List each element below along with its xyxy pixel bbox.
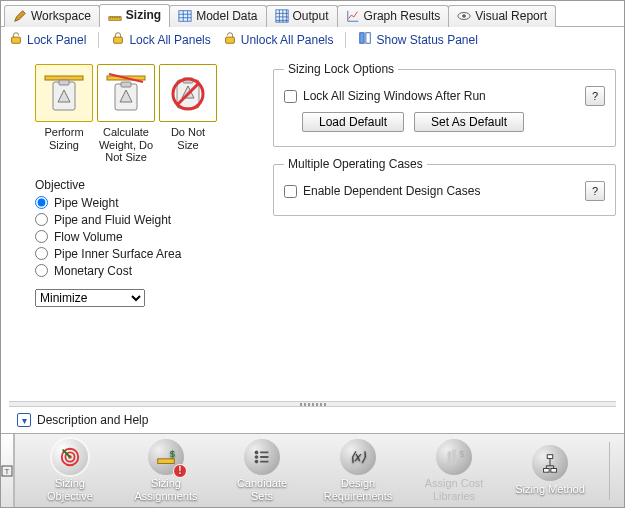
nav-circle: ⟨x⟩ (340, 439, 376, 475)
angle-brackets-icon: ⟨x⟩ (347, 446, 369, 468)
objective-group: Objective Pipe Weight Pipe and Fluid Wei… (35, 178, 255, 307)
lock-after-run-checkbox[interactable] (284, 90, 297, 103)
sizing-mode-cards: Perform Sizing Calculate Weight, Do Not … (9, 56, 255, 172)
radio-input[interactable] (35, 230, 48, 243)
tab-label: Workspace (31, 9, 91, 23)
separator (345, 32, 346, 48)
clipboard-ruler-icon (43, 72, 85, 114)
show-status-panel-button[interactable]: Show Status Panel (358, 31, 477, 48)
content-area: Perform Sizing Calculate Weight, Do Not … (1, 52, 624, 433)
help-button[interactable]: ? (585, 181, 605, 201)
tab-visual-report[interactable]: Visual Report (448, 5, 556, 27)
unlock-all-panels-button[interactable]: Unlock All Panels (223, 31, 334, 48)
load-default-button[interactable]: Load Default (302, 112, 404, 132)
svg-rect-7 (225, 37, 234, 43)
cmd-label: Lock All Panels (129, 33, 210, 47)
unlock-icon (223, 31, 237, 48)
toggle-text-button[interactable]: T (1, 434, 14, 507)
radio-pipe-fluid-weight[interactable]: Pipe and Fluid Weight (35, 213, 255, 227)
main-tabstrip: Workspace Sizing Model Data Output Graph… (1, 1, 624, 27)
svg-rect-8 (360, 33, 364, 44)
nav-label: Sizing Assignments (129, 477, 203, 502)
tab-label: Graph Results (364, 9, 441, 23)
expand-help-button[interactable]: ▾ (17, 413, 31, 427)
checkbox-label: Enable Dependent Design Cases (303, 184, 480, 198)
tab-workspace[interactable]: Workspace (4, 5, 100, 27)
nav-label: Sizing Objective (33, 477, 107, 502)
set-as-default-button[interactable]: Set As Default (414, 112, 524, 132)
tab-graph-results[interactable]: Graph Results (337, 5, 450, 27)
nav-label: Candidate Sets (225, 477, 299, 502)
card-box (35, 64, 93, 122)
svg-rect-9 (366, 33, 370, 44)
cmd-label: Show Status Panel (376, 33, 477, 47)
radio-input[interactable] (35, 196, 48, 209)
radio-inner-surface[interactable]: Pipe Inner Surface Area (35, 247, 255, 261)
tab-output[interactable]: Output (266, 5, 338, 27)
svg-point-28 (255, 460, 259, 464)
clipboard-forbidden-icon (167, 72, 209, 114)
nav-circle (244, 439, 280, 475)
clipboard-noruler-icon (105, 72, 147, 114)
svg-text:⟨x⟩: ⟨x⟩ (350, 449, 366, 464)
svg-rect-31 (452, 450, 456, 464)
radio-label: Pipe and Fluid Weight (54, 213, 171, 227)
svg-rect-15 (121, 82, 131, 87)
card-box (97, 64, 155, 122)
lock-icon (111, 31, 125, 48)
nav-label: Assign Cost Libraries (417, 477, 491, 502)
tab-model-data[interactable]: Model Data (169, 5, 266, 27)
nav-design-requirements[interactable]: ⟨x⟩ Design Requirements (321, 439, 395, 502)
card-label: Do Not Size (159, 126, 217, 151)
tab-label: Output (293, 9, 329, 23)
nav-circle (52, 439, 88, 475)
svg-rect-34 (544, 469, 550, 473)
card-label: Calculate Weight, Do Not Size (97, 126, 155, 164)
checkbox-label: Lock All Sizing Windows After Run (303, 89, 486, 103)
cmd-label: Unlock All Panels (241, 33, 334, 47)
nav-separator (609, 442, 610, 500)
enable-dependent-cases-checkbox[interactable] (284, 185, 297, 198)
upper-row: Perform Sizing Calculate Weight, Do Not … (9, 56, 616, 307)
panel-toolbar: Lock Panel Lock All Panels Unlock All Pa… (1, 27, 624, 52)
objective-direction-select[interactable]: Minimize (35, 289, 145, 307)
list-icon (251, 446, 273, 468)
card-do-not-size[interactable]: Do Not Size (159, 64, 217, 164)
sizing-lock-group: Sizing Lock Options Lock All Sizing Wind… (273, 62, 616, 147)
svg-rect-6 (114, 37, 123, 43)
svg-text:T: T (5, 467, 10, 476)
radio-flow-volume[interactable]: Flow Volume (35, 230, 255, 244)
svg-point-4 (463, 14, 467, 18)
pencil-icon (13, 9, 27, 23)
nav-assign-cost-libraries: $ Assign Cost Libraries (417, 439, 491, 502)
tab-sizing[interactable]: Sizing (99, 4, 170, 27)
help-bar: ▾ Description and Help (9, 407, 616, 433)
nav-sizing-method[interactable]: Sizing Method (513, 445, 587, 496)
svg-text:$: $ (460, 450, 465, 459)
target-icon (59, 446, 81, 468)
multiple-operating-cases-group: Multiple Operating Cases Enable Dependen… (273, 157, 616, 216)
status-icon (358, 31, 372, 48)
help-button[interactable]: ? (585, 86, 605, 106)
bottom-nav: T Sizing Objective $! Sizing Assignments… (1, 433, 624, 507)
radio-monetary-cost[interactable]: Monetary Cost (35, 264, 255, 278)
grid-icon (275, 9, 289, 23)
nav-sizing-assignments[interactable]: $! Sizing Assignments (129, 439, 203, 502)
card-calculate-weight[interactable]: Calculate Weight, Do Not Size (97, 64, 155, 164)
lock-all-panels-button[interactable]: Lock All Panels (111, 31, 210, 48)
card-box (159, 64, 217, 122)
radio-input[interactable] (35, 213, 48, 226)
lock-panel-button[interactable]: Lock Panel (9, 31, 86, 48)
card-label: Perform Sizing (35, 126, 93, 151)
radio-pipe-weight[interactable]: Pipe Weight (35, 196, 255, 210)
text-frame-icon: T (1, 465, 13, 477)
nav-candidate-sets[interactable]: Candidate Sets (225, 439, 299, 502)
svg-rect-24 (158, 459, 175, 464)
radio-label: Flow Volume (54, 230, 123, 244)
card-perform-sizing[interactable]: Perform Sizing (35, 64, 93, 164)
nav-sizing-objective[interactable]: Sizing Objective (33, 439, 107, 502)
radio-input[interactable] (35, 264, 48, 277)
tab-label: Visual Report (475, 9, 547, 23)
radio-input[interactable] (35, 247, 48, 260)
group-legend: Sizing Lock Options (284, 62, 398, 76)
